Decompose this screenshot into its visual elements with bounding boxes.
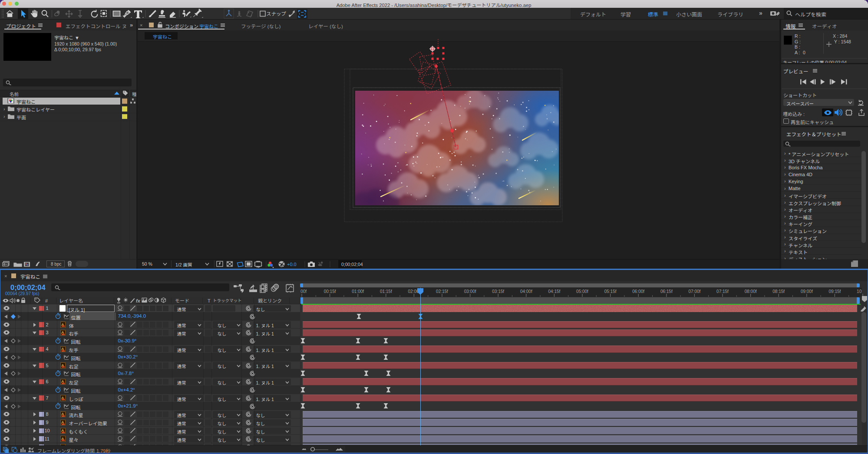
svg-text:fx: fx: [136, 298, 141, 303]
svg-text:モード: モード: [175, 297, 189, 304]
svg-text:スナップ: スナップ: [266, 10, 286, 17]
svg-text:+0.0: +0.0: [287, 261, 297, 266]
svg-text:トラックマット: トラックマット: [213, 297, 242, 303]
svg-text:親とリンク: 親とリンク: [258, 297, 282, 304]
svg-text:レイヤー名: レイヤー名: [59, 297, 83, 304]
svg-text:#: #: [45, 298, 48, 303]
svg-text:T: T: [208, 298, 211, 303]
